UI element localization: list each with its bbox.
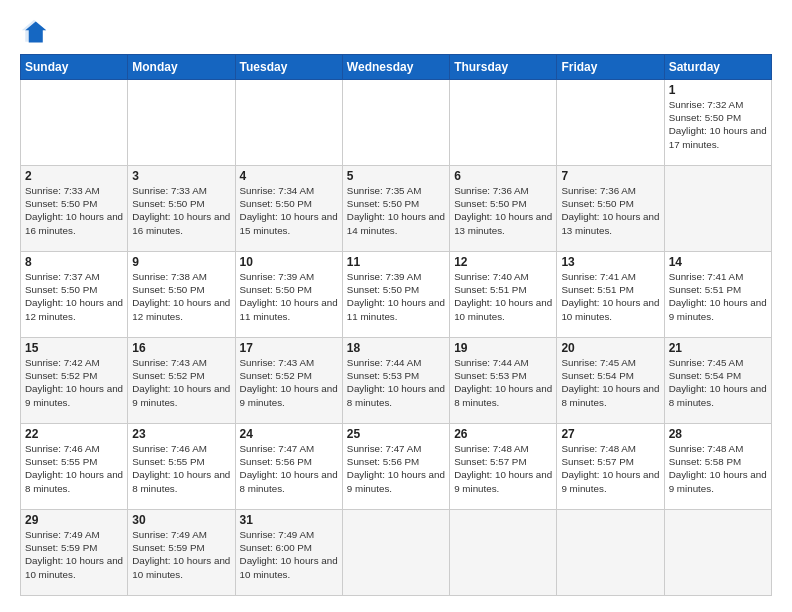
- calendar-cell: 25Sunrise: 7:47 AMSunset: 5:56 PMDayligh…: [342, 424, 449, 510]
- calendar-header-row: SundayMondayTuesdayWednesdayThursdayFrid…: [21, 55, 772, 80]
- header: [20, 18, 772, 46]
- calendar-week-2: 2Sunrise: 7:33 AMSunset: 5:50 PMDaylight…: [21, 166, 772, 252]
- calendar-cell: 7Sunrise: 7:36 AMSunset: 5:50 PMDaylight…: [557, 166, 664, 252]
- calendar-week-6: 29Sunrise: 7:49 AMSunset: 5:59 PMDayligh…: [21, 510, 772, 596]
- calendar-cell-day-1: 1Sunrise: 7:32 AMSunset: 5:50 PMDaylight…: [664, 80, 771, 166]
- calendar-header-saturday: Saturday: [664, 55, 771, 80]
- calendar-cell: 13Sunrise: 7:41 AMSunset: 5:51 PMDayligh…: [557, 252, 664, 338]
- calendar-cell: 17Sunrise: 7:43 AMSunset: 5:52 PMDayligh…: [235, 338, 342, 424]
- calendar-cell: 30Sunrise: 7:49 AMSunset: 5:59 PMDayligh…: [128, 510, 235, 596]
- logo: [20, 18, 52, 46]
- empty-cell: [235, 80, 342, 166]
- calendar-header-sunday: Sunday: [21, 55, 128, 80]
- calendar-cell: 28Sunrise: 7:48 AMSunset: 5:58 PMDayligh…: [664, 424, 771, 510]
- calendar-cell: 27Sunrise: 7:48 AMSunset: 5:57 PMDayligh…: [557, 424, 664, 510]
- calendar-cell: 5Sunrise: 7:35 AMSunset: 5:50 PMDaylight…: [342, 166, 449, 252]
- page: SundayMondayTuesdayWednesdayThursdayFrid…: [0, 0, 792, 612]
- calendar-cell: 20Sunrise: 7:45 AMSunset: 5:54 PMDayligh…: [557, 338, 664, 424]
- calendar-cell: 9Sunrise: 7:38 AMSunset: 5:50 PMDaylight…: [128, 252, 235, 338]
- empty-cell: [342, 80, 449, 166]
- calendar-cell: 31Sunrise: 7:49 AMSunset: 6:00 PMDayligh…: [235, 510, 342, 596]
- calendar-cell: [557, 510, 664, 596]
- calendar-cell: 6Sunrise: 7:36 AMSunset: 5:50 PMDaylight…: [450, 166, 557, 252]
- empty-cell: [21, 80, 128, 166]
- calendar-cell: 8Sunrise: 7:37 AMSunset: 5:50 PMDaylight…: [21, 252, 128, 338]
- calendar-cell: 29Sunrise: 7:49 AMSunset: 5:59 PMDayligh…: [21, 510, 128, 596]
- calendar-header-friday: Friday: [557, 55, 664, 80]
- calendar-cell: 2Sunrise: 7:33 AMSunset: 5:50 PMDaylight…: [21, 166, 128, 252]
- calendar-header-thursday: Thursday: [450, 55, 557, 80]
- calendar-cell: 11Sunrise: 7:39 AMSunset: 5:50 PMDayligh…: [342, 252, 449, 338]
- calendar-week-4: 15Sunrise: 7:42 AMSunset: 5:52 PMDayligh…: [21, 338, 772, 424]
- calendar-week-5: 22Sunrise: 7:46 AMSunset: 5:55 PMDayligh…: [21, 424, 772, 510]
- calendar-cell: 4Sunrise: 7:34 AMSunset: 5:50 PMDaylight…: [235, 166, 342, 252]
- calendar-cell: 12Sunrise: 7:40 AMSunset: 5:51 PMDayligh…: [450, 252, 557, 338]
- calendar-week-1: 1Sunrise: 7:32 AMSunset: 5:50 PMDaylight…: [21, 80, 772, 166]
- calendar-cell: [342, 510, 449, 596]
- calendar-header-wednesday: Wednesday: [342, 55, 449, 80]
- calendar-body: 1Sunrise: 7:32 AMSunset: 5:50 PMDaylight…: [21, 80, 772, 596]
- calendar-cell: 23Sunrise: 7:46 AMSunset: 5:55 PMDayligh…: [128, 424, 235, 510]
- calendar-cell: [450, 510, 557, 596]
- calendar-cell: 19Sunrise: 7:44 AMSunset: 5:53 PMDayligh…: [450, 338, 557, 424]
- empty-cell: [128, 80, 235, 166]
- calendar-cell: [664, 166, 771, 252]
- logo-icon: [20, 18, 48, 46]
- empty-cell: [557, 80, 664, 166]
- calendar-cell: 26Sunrise: 7:48 AMSunset: 5:57 PMDayligh…: [450, 424, 557, 510]
- calendar-cell: [664, 510, 771, 596]
- calendar-cell: 3Sunrise: 7:33 AMSunset: 5:50 PMDaylight…: [128, 166, 235, 252]
- calendar-cell: 22Sunrise: 7:46 AMSunset: 5:55 PMDayligh…: [21, 424, 128, 510]
- calendar: SundayMondayTuesdayWednesdayThursdayFrid…: [20, 54, 772, 596]
- calendar-cell: 10Sunrise: 7:39 AMSunset: 5:50 PMDayligh…: [235, 252, 342, 338]
- calendar-header-monday: Monday: [128, 55, 235, 80]
- calendar-cell: 15Sunrise: 7:42 AMSunset: 5:52 PMDayligh…: [21, 338, 128, 424]
- calendar-cell: 16Sunrise: 7:43 AMSunset: 5:52 PMDayligh…: [128, 338, 235, 424]
- calendar-cell: 14Sunrise: 7:41 AMSunset: 5:51 PMDayligh…: [664, 252, 771, 338]
- calendar-cell: 24Sunrise: 7:47 AMSunset: 5:56 PMDayligh…: [235, 424, 342, 510]
- calendar-cell: 18Sunrise: 7:44 AMSunset: 5:53 PMDayligh…: [342, 338, 449, 424]
- empty-cell: [450, 80, 557, 166]
- calendar-cell: 21Sunrise: 7:45 AMSunset: 5:54 PMDayligh…: [664, 338, 771, 424]
- calendar-week-3: 8Sunrise: 7:37 AMSunset: 5:50 PMDaylight…: [21, 252, 772, 338]
- calendar-header-tuesday: Tuesday: [235, 55, 342, 80]
